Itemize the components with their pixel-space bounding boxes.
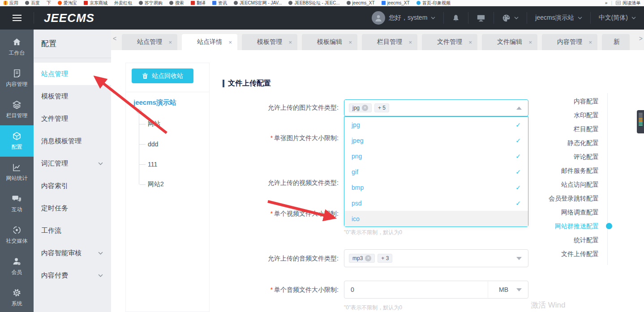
sidebar-item-system[interactable]: 系统 <box>0 282 34 312</box>
reading-list-button[interactable]: 阅读清单 <box>616 0 640 6</box>
tabs-scroll-left-icon[interactable]: < <box>113 35 116 42</box>
bookmark[interactable]: JEECMS官网 - JAV... <box>234 0 282 6</box>
dropdown-option-jpeg[interactable]: jpeg✓ <box>344 132 528 148</box>
anchor-member-login-config[interactable]: 会员登录跳转配置 <box>549 194 599 203</box>
image-types-label: 允许上传的图片文件类型: <box>221 103 339 112</box>
close-icon[interactable]: × <box>228 39 232 46</box>
tree-collapse-icon[interactable] <box>137 109 142 114</box>
bookmark[interactable]: 下 <box>47 0 51 6</box>
dropdown-option-jpg[interactable]: jpg✓ <box>344 117 528 132</box>
close-icon[interactable]: × <box>528 39 532 46</box>
menu-toggle-button[interactable] <box>0 15 34 21</box>
anchor-static-config[interactable]: 静态化配置 <box>567 138 599 147</box>
bookmark[interactable]: 搜索 <box>169 0 184 6</box>
tab-file-management[interactable]: 文件管理× <box>422 34 477 50</box>
submenu-item-paid-content[interactable]: 内容付费 <box>34 264 111 286</box>
bookmarks-overflow-chevron-icon[interactable]: » <box>605 0 608 5</box>
bookmark[interactable]: 京东商城 <box>84 0 107 6</box>
anchor-watermark-config[interactable]: 水印配置 <box>574 111 599 120</box>
submenu-item-scheduled-tasks[interactable]: 定时任务 <box>34 197 111 219</box>
bookmark[interactable]: 资讯 <box>212 0 227 6</box>
bookmark[interactable]: 外卖红包 <box>114 0 132 6</box>
submenu-item-workflow[interactable]: 工作流 <box>34 219 111 242</box>
chevron-down-icon <box>98 162 103 165</box>
tree-node[interactable]: 网站 <box>139 114 209 134</box>
language-switcher[interactable]: 中文(简体) <box>591 6 644 30</box>
bookmark[interactable]: 百度 <box>25 0 40 6</box>
bookmark[interactable]: 苏宁易购 <box>139 0 163 6</box>
anchor-site-access-config[interactable]: 站点访问配置 <box>561 180 599 189</box>
submenu-item-file-management[interactable]: 文件管理 <box>34 107 111 130</box>
anchor-mail-config[interactable]: 邮件服务配置 <box>561 166 599 175</box>
anchor-column-config[interactable]: 栏目配置 <box>574 124 599 133</box>
anchor-survey-config[interactable]: 网络调查配置 <box>561 208 599 217</box>
tree-node[interactable]: 网站2 <box>139 174 209 194</box>
close-icon[interactable]: × <box>348 39 352 46</box>
tree-node[interactable]: 111 <box>139 154 209 174</box>
tree-root-node[interactable]: jeecms演示站 <box>133 98 209 107</box>
audio-types-select[interactable]: mp3× + 3 <box>344 249 528 267</box>
user-menu[interactable]: 您好，system <box>364 6 443 30</box>
dropdown-option-psd[interactable]: psd✓ <box>344 195 528 211</box>
image-types-select[interactable]: jpg× + 5 <box>344 99 528 116</box>
browser-extension-edge-widget[interactable] <box>637 110 644 133</box>
sidebar-item-content[interactable]: 内容管理 <box>0 63 34 94</box>
bookmark[interactable]: 翻译 <box>191 0 206 6</box>
tree-node[interactable]: ddd <box>139 134 209 154</box>
sidebar-item-statistics[interactable]: 网站统计 <box>0 157 34 188</box>
close-icon[interactable]: × <box>588 39 592 46</box>
tag-remove-icon[interactable]: × <box>362 105 368 111</box>
dropdown-option-ico[interactable]: ico <box>344 211 528 227</box>
bookmark[interactable]: jeecms_XT <box>382 0 410 5</box>
close-icon[interactable]: × <box>408 39 412 46</box>
sidebar-item-workbench[interactable]: 工作台 <box>0 31 34 63</box>
sidebar-item-members[interactable]: 会员 <box>0 251 34 282</box>
dropdown-option-gif[interactable]: gif✓ <box>344 164 528 180</box>
submenu-item-content-index[interactable]: 内容索引 <box>34 175 111 197</box>
anchor-comment-config[interactable]: 评论配置 <box>574 152 599 161</box>
dropdown-option-png[interactable]: png✓ <box>344 148 528 164</box>
notifications-button[interactable] <box>444 6 468 30</box>
site-switcher[interactable]: jeecms演示站 <box>527 6 590 30</box>
tab-file-edit[interactable]: 文件编辑× <box>482 34 537 50</box>
check-icon: ✓ <box>515 137 521 144</box>
audio-size-input[interactable]: 0 MB <box>344 281 528 299</box>
close-icon[interactable]: × <box>288 39 292 46</box>
tab-template-management[interactable]: 模板管理× <box>242 34 297 50</box>
display-mode-button[interactable] <box>468 6 494 30</box>
sidebar-item-social-media[interactable]: 社交媒体 <box>0 219 34 251</box>
tab-truncated[interactable]: 新 <box>602 34 630 50</box>
chevron-down-icon <box>514 17 519 19</box>
tab-content-management[interactable]: 内容管理× <box>542 34 597 50</box>
site-recycle-bin-button[interactable]: 站点回收站 <box>132 68 193 83</box>
submenu-item-vocabulary[interactable]: 词汇管理 <box>34 152 111 175</box>
tag-remove-icon[interactable]: × <box>365 255 371 261</box>
bookmark[interactable]: 首页-印象视频 <box>416 0 451 6</box>
close-icon[interactable]: × <box>468 39 472 46</box>
close-icon[interactable]: × <box>168 39 172 46</box>
sidebar-item-config[interactable]: 配置 <box>0 125 34 157</box>
anchor-content-config[interactable]: 内容配置 <box>574 97 599 106</box>
anchor-site-group-push-config[interactable]: 网站群推送配置 <box>555 222 599 231</box>
theme-picker[interactable] <box>494 6 527 30</box>
bookmark[interactable]: 爱淘宝 <box>58 0 77 6</box>
submenu-item-template-management[interactable]: 模板管理 <box>34 85 111 107</box>
dropdown-option-bmp[interactable]: bmp✓ <box>344 180 528 195</box>
audio-size-unit: MB <box>499 286 508 293</box>
submenu-item-ai-review[interactable]: 内容智能审核 <box>34 242 111 264</box>
tab-site-management[interactable]: 站点管理× <box>122 34 177 50</box>
tab-column-management[interactable]: 栏目管理× <box>362 34 417 50</box>
bookmark[interactable]: jeecms_XT <box>347 0 375 5</box>
bookmark[interactable]: JEEBBS论坛 - JEEC... <box>288 0 339 6</box>
sidebar-item-interaction[interactable]: 互动 <box>0 188 34 219</box>
tabs-scroll-right-icon[interactable]: > <box>637 35 643 42</box>
bookmark-apps[interactable]: 应用 <box>4 0 18 6</box>
anchor-statistics-config[interactable]: 统计配置 <box>574 235 599 244</box>
submenu-item-message-template[interactable]: 消息模板管理 <box>34 130 111 152</box>
submenu-item-site-management[interactable]: 站点管理 <box>34 63 111 85</box>
anchor-file-upload-config[interactable]: 文件上传配置 <box>561 249 599 258</box>
tab-site-detail[interactable]: 站点详情× <box>182 34 237 50</box>
tab-template-edit[interactable]: 模板编辑× <box>302 34 357 50</box>
sidebar-item-columns[interactable]: 栏目管理 <box>0 94 34 125</box>
jeecms-admin-page: 应用 百度 下 爱淘宝 京东商城 外卖红包 苏宁易购 搜索 翻译 资讯 JEEC… <box>0 0 644 312</box>
